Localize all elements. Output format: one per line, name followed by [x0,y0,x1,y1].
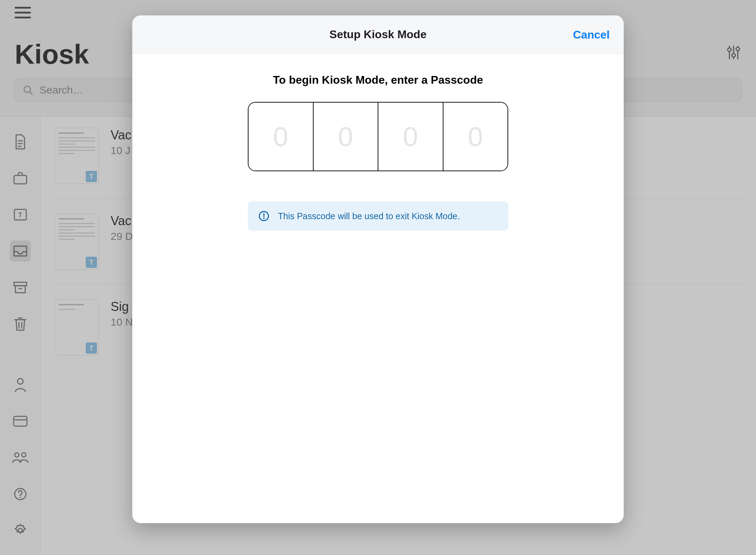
modal-instruction: To begin Kiosk Mode, enter a Passcode [273,74,483,86]
passcode-digit-1[interactable] [248,103,313,171]
modal-header: Setup Kiosk Mode Cancel [132,15,624,54]
passcode-digit-2[interactable] [314,103,378,171]
passcode-input-group [248,102,508,171]
modal-title: Setup Kiosk Mode [329,28,426,41]
info-text: This Passcode will be used to exit Kiosk… [278,211,460,221]
info-banner: This Passcode will be used to exit Kiosk… [248,201,508,231]
kiosk-setup-modal: Setup Kiosk Mode Cancel To begin Kiosk M… [132,15,624,523]
svg-point-34 [263,218,265,219]
passcode-digit-3[interactable] [378,103,443,171]
cancel-button[interactable]: Cancel [573,28,610,41]
info-icon [258,210,270,222]
passcode-digit-4[interactable] [443,103,508,171]
modal-body: To begin Kiosk Mode, enter a Passcode [132,54,624,523]
